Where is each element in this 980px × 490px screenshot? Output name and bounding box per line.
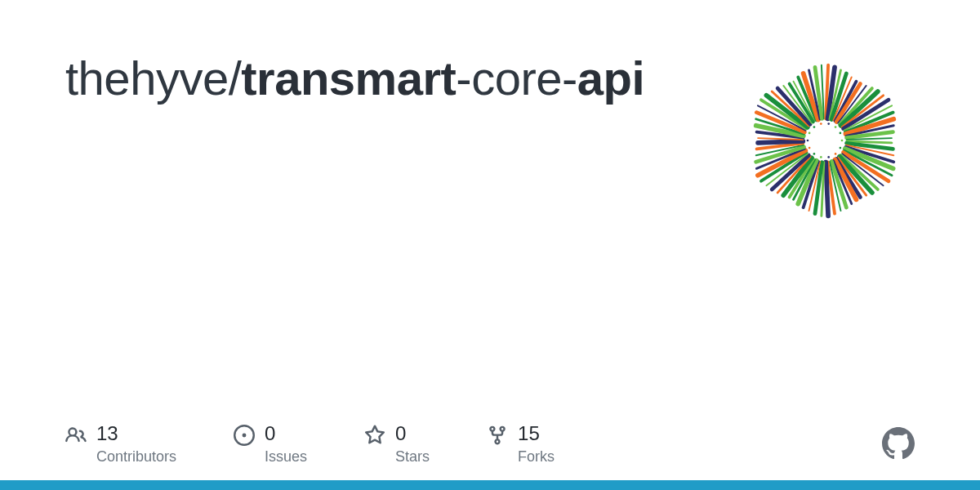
- stat-label: Contributors: [96, 448, 176, 466]
- stat-stars: 0Stars: [364, 421, 430, 466]
- stat-text: 0Stars: [395, 421, 430, 466]
- repo-slash: /: [229, 51, 242, 105]
- svg-point-79: [807, 140, 809, 142]
- svg-point-82: [820, 122, 822, 125]
- hexagonal-starburst-icon: [739, 55, 911, 226]
- stat-issues: 0Issues: [234, 421, 307, 466]
- stat-value: 0: [265, 421, 307, 446]
- svg-point-84: [835, 126, 837, 128]
- stat-value: 15: [518, 421, 555, 446]
- github-icon: [882, 427, 915, 460]
- svg-point-81: [813, 126, 816, 128]
- svg-point-76: [820, 156, 822, 158]
- fork-icon: [487, 425, 508, 446]
- stat-text: 0Issues: [265, 421, 307, 466]
- stat-text: 15Forks: [518, 421, 555, 466]
- svg-line-59: [758, 141, 803, 143]
- svg-line-41: [826, 163, 828, 216]
- repo-owner: thehyve: [65, 51, 229, 105]
- svg-point-80: [808, 132, 811, 135]
- stat-value: 13: [96, 421, 176, 446]
- stat-value: 0: [395, 421, 430, 446]
- people-icon: [65, 425, 87, 446]
- svg-point-85: [840, 132, 842, 135]
- stat-contributors: 13Contributors: [65, 421, 176, 466]
- stat-label: Issues: [265, 448, 307, 466]
- header-row: thehyve/transmart-core-api: [65, 51, 915, 230]
- issue-icon: [234, 425, 255, 446]
- svg-point-78: [808, 147, 811, 149]
- svg-point-73: [840, 147, 842, 149]
- repo-title: thehyve/transmart-core-api: [65, 51, 644, 106]
- stats-row: 13Contributors0Issues0Stars15Forks: [65, 421, 915, 466]
- stat-text: 13Contributors: [96, 421, 176, 466]
- stat-forks: 15Forks: [487, 421, 555, 466]
- svg-point-75: [827, 156, 830, 158]
- org-logo: [735, 51, 915, 230]
- svg-point-74: [835, 153, 837, 155]
- svg-point-77: [813, 153, 816, 155]
- stats-group: 13Contributors0Issues0Stars15Forks: [65, 421, 555, 466]
- repo-name: transmart-core-api: [241, 51, 644, 105]
- repo-social-card: thehyve/transmart-core-api 13Contributor…: [0, 0, 980, 490]
- svg-point-83: [827, 122, 830, 125]
- stat-label: Stars: [395, 448, 430, 466]
- svg-point-72: [841, 140, 844, 142]
- star-icon: [364, 425, 385, 446]
- github-mark: [882, 427, 915, 460]
- stat-label: Forks: [518, 448, 555, 466]
- accent-bar: [0, 480, 980, 490]
